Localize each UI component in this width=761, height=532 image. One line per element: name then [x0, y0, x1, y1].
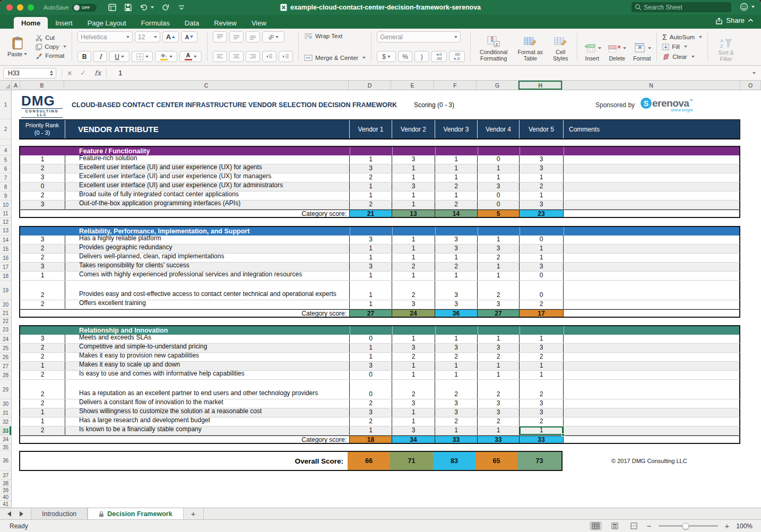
vendor-4-score-cell[interactable]: 1: [478, 362, 520, 370]
cancel-icon[interactable]: ×: [67, 69, 72, 77]
vendor-5-score-cell[interactable]: 1: [520, 335, 564, 343]
italic-button[interactable]: I: [93, 51, 107, 62]
vendor-5-score-cell[interactable]: 2: [520, 182, 564, 191]
percent-button[interactable]: %: [398, 51, 412, 62]
column-header-o[interactable]: O: [740, 81, 761, 90]
row-header-30[interactable]: 30: [0, 399, 11, 408]
menu-tab-page-layout[interactable]: Page Layout: [80, 17, 134, 29]
vendor-5-score-cell[interactable]: 1: [520, 254, 564, 262]
comments-cell[interactable]: [564, 155, 739, 164]
cell-styles-button[interactable]: Cell Styles: [549, 36, 572, 62]
select-all-corner[interactable]: [0, 81, 12, 90]
vendor-3-score-cell[interactable]: 2: [435, 417, 478, 426]
vendor-2-score-cell[interactable]: 2: [392, 263, 435, 271]
row-header-15[interactable]: 15: [0, 245, 11, 254]
comments-cell[interactable]: [564, 371, 739, 379]
next-sheet-button[interactable]: [20, 511, 23, 517]
vendor-4-score-cell[interactable]: 2: [478, 417, 520, 426]
comments-cell[interactable]: [564, 426, 739, 435]
active-cell[interactable]: 1: [520, 426, 564, 435]
close-button[interactable]: [6, 4, 13, 11]
row-header-35[interactable]: 35: [0, 444, 11, 451]
menu-tab-review[interactable]: Review: [206, 17, 244, 29]
vendor-4-score-cell[interactable]: 3: [478, 245, 520, 253]
priority-rank-cell[interactable]: 2: [20, 380, 65, 399]
attribute-cell[interactable]: Comes with highly experienced profession…: [65, 272, 350, 280]
row-header-8[interactable]: 8: [0, 182, 11, 191]
priority-rank-cell[interactable]: 3: [20, 173, 65, 182]
attribute-cell[interactable]: Delivers well-planned, clean, rapid impl…: [65, 254, 350, 262]
vendor-1-score-cell[interactable]: 3: [350, 236, 392, 244]
comments-cell[interactable]: [564, 164, 739, 173]
comments-cell[interactable]: [564, 380, 739, 399]
vendor-1-score-cell[interactable]: 0: [350, 335, 392, 343]
vendor-2-score-cell[interactable]: 1: [392, 254, 435, 262]
vendor-5-score-cell[interactable]: 0: [520, 272, 564, 280]
row-header-2[interactable]: 2: [0, 119, 11, 139]
fill-color-button[interactable]: [155, 51, 177, 62]
comments-cell[interactable]: [564, 281, 739, 300]
attribute-cell[interactable]: Out-of-the-box application programming i…: [65, 200, 350, 209]
column-header-b[interactable]: B: [20, 81, 64, 90]
vendor-2-score-cell[interactable]: 3: [392, 344, 435, 352]
row-header-36[interactable]: 36: [0, 451, 11, 471]
row-header-34[interactable]: 34: [0, 435, 11, 444]
bold-button[interactable]: B: [77, 51, 91, 62]
merge-center-button[interactable]: Merge & Center: [304, 53, 366, 62]
vendor-1-score-cell[interactable]: 1: [350, 272, 392, 280]
name-box[interactable]: H33: [3, 68, 56, 79]
orientation-button[interactable]: ab: [262, 31, 284, 42]
vendor-5-score-cell[interactable]: 1: [520, 191, 564, 200]
vendor-3-score-cell[interactable]: 2: [435, 380, 478, 399]
add-sheet-button[interactable]: +: [184, 508, 204, 519]
sheet-tab-decision-framework[interactable]: Decision Framework: [88, 508, 183, 519]
vendor-2-score-cell[interactable]: 3: [392, 399, 435, 408]
formula-bar-caret-icon[interactable]: [753, 72, 756, 74]
vendor-3-score-cell[interactable]: 1: [435, 371, 478, 379]
row-header-17[interactable]: 17: [0, 263, 11, 272]
priority-rank-cell[interactable]: 2: [20, 426, 65, 435]
vendor-3-score-cell[interactable]: 1: [435, 335, 478, 343]
attribute-cell[interactable]: Makes it easy to scale up and down: [65, 362, 350, 370]
vendor-3-score-cell[interactable]: 1: [435, 155, 478, 164]
vendor-2-score-cell[interactable]: 1: [392, 272, 435, 280]
row-header-3[interactable]: [0, 139, 11, 146]
priority-rank-cell[interactable]: 1: [20, 272, 65, 280]
vendor-3-score-cell[interactable]: 3: [435, 408, 478, 417]
ribbon-toggle-button[interactable]: [108, 4, 116, 11]
vendor-4-score-cell[interactable]: 2: [478, 281, 520, 300]
vendor-1-score-cell[interactable]: 0: [350, 380, 392, 399]
vendor-5-score-cell[interactable]: 3: [520, 155, 564, 164]
paste-button[interactable]: Paste: [4, 36, 30, 58]
attribute-cell[interactable]: Shows willingness to customize the solut…: [65, 408, 350, 417]
vendor-5-score-cell[interactable]: 3: [520, 344, 564, 352]
priority-rank-cell[interactable]: 2: [20, 344, 65, 352]
font-size-select[interactable]: 12: [135, 31, 160, 42]
column-header-d[interactable]: D: [349, 81, 391, 90]
priority-rank-cell[interactable]: 2: [20, 300, 65, 309]
attribute-cell[interactable]: Provides easy and cost-effective access …: [65, 281, 350, 300]
align-bottom-button[interactable]: [246, 31, 260, 42]
comments-cell[interactable]: [564, 191, 739, 200]
vendor-5-score-cell[interactable]: 1: [520, 362, 564, 370]
comma-style-button[interactable]: ): [414, 51, 429, 62]
row-header-29[interactable]: 29: [0, 380, 11, 399]
vendor-1-score-cell[interactable]: 2: [350, 173, 392, 182]
comments-cell[interactable]: [564, 436, 739, 443]
comments-cell[interactable]: [564, 200, 739, 209]
number-format-select[interactable]: General: [377, 31, 461, 42]
vendor-1-score-cell[interactable]: 1: [350, 300, 392, 309]
vendor-3-score-cell[interactable]: 3: [435, 281, 478, 300]
column-header-a[interactable]: A: [12, 81, 20, 90]
vendor-3-score-cell[interactable]: 3: [435, 399, 478, 408]
vendor-2-score-cell[interactable]: 1: [392, 371, 435, 379]
autosum-button[interactable]: ΣAutoSum: [662, 32, 702, 41]
vendor-2-score-cell[interactable]: 1: [392, 191, 435, 200]
vendor-3-score-cell[interactable]: 1: [435, 272, 478, 280]
row-header-18[interactable]: 18: [0, 272, 11, 281]
vendor-4-score-cell[interactable]: 1: [478, 173, 520, 182]
menu-tab-formulas[interactable]: Formulas: [134, 17, 177, 29]
attribute-cell[interactable]: Has a highly reliable platform: [65, 236, 350, 244]
toolbar-customize-button[interactable]: [178, 4, 185, 11]
row-header-33[interactable]: 33: [0, 426, 11, 435]
